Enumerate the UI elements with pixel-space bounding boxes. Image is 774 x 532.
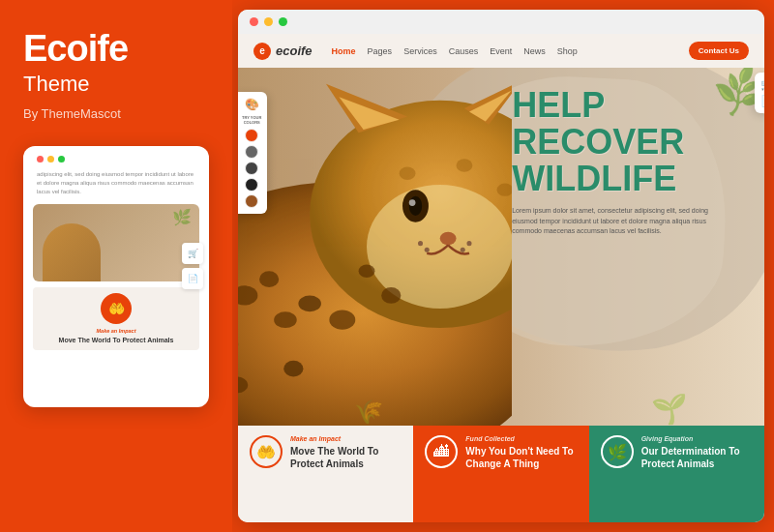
svg-point-10 xyxy=(440,232,457,245)
svg-point-18 xyxy=(298,295,321,311)
svg-point-19 xyxy=(259,271,279,287)
svg-point-16 xyxy=(274,311,297,328)
svg-point-9 xyxy=(409,199,416,206)
card-3-icon: 🌿 xyxy=(601,435,634,468)
mobile-side-icons: 🛒 📄 xyxy=(182,243,203,289)
bottom-card-3: 🌿 Giving Equation Our Determination To P… xyxy=(589,426,764,522)
swatch-gray[interactable] xyxy=(245,145,258,159)
mobile-dot-green xyxy=(58,156,65,163)
card-1-text: Make an Impact Move The World To Protect… xyxy=(290,435,402,470)
card-1-icon: 🤲 xyxy=(250,435,283,468)
color-panel: 🎨 TRY YOURCOLORS xyxy=(238,92,267,214)
logo-icon: e xyxy=(253,43,271,60)
mobile-dot-red xyxy=(37,156,44,163)
card-1-title: Move The World To Protect Animals xyxy=(290,445,402,470)
nav-news[interactable]: News xyxy=(523,46,546,56)
browser-bar xyxy=(238,10,764,34)
mobile-hero: 🌿 xyxy=(33,204,199,281)
nav-links: Home Pages Services Causes Event News Sh… xyxy=(332,46,689,56)
svg-point-26 xyxy=(457,159,473,171)
site-logo: e ecoife xyxy=(253,43,313,60)
mobile-dot-yellow xyxy=(47,156,54,163)
mobile-browser-dots xyxy=(33,156,199,163)
mobile-preview: adipiscing elit, sed doing eiusmod tempo… xyxy=(23,146,209,407)
browser-window: e ecoife Home Pages Services Causes Even… xyxy=(238,10,764,522)
card-2-label: Fund Collected xyxy=(465,435,577,442)
mobile-impact-label: Make an Impact xyxy=(39,328,194,334)
contact-button[interactable]: Contact Us xyxy=(689,42,749,60)
mobile-bottom-card: 🤲 Make an Impact Move The World To Prote… xyxy=(33,287,199,350)
logo-text: ecoife xyxy=(276,44,313,58)
cart-icon: 🛒 xyxy=(182,243,203,264)
svg-point-11 xyxy=(418,241,423,246)
browser-dot-green xyxy=(279,17,287,26)
hero-description: Lorem ipsum dolor sit amet, consectetur … xyxy=(512,206,725,237)
card-2-text: Fund Collected Why You Don't Need To Cha… xyxy=(465,435,577,470)
hero-line-3: WILDLIFE xyxy=(512,161,749,197)
brand-by: By ThemeMascot xyxy=(23,106,209,121)
mobile-body-text: adipiscing elit, sed doing eiusmod tempo… xyxy=(33,170,199,196)
nav-home[interactable]: Home xyxy=(332,46,356,56)
brand-name: Ecoife xyxy=(23,29,209,70)
cart-side-icon: 🛒 xyxy=(760,78,764,91)
plant-left-decoration: 🌾 xyxy=(354,399,383,426)
plant-bottom-decoration: 🌱 xyxy=(651,392,687,426)
doc-icon: 📄 xyxy=(182,268,203,289)
color-wheel-icon: 🎨 xyxy=(245,98,259,111)
svg-point-13 xyxy=(466,241,471,246)
svg-point-20 xyxy=(329,310,355,330)
svg-point-22 xyxy=(283,361,303,377)
svg-point-14 xyxy=(461,248,465,252)
bottom-cards: 🤲 Make an Impact Move The World To Prote… xyxy=(238,426,764,522)
brand-subtitle: Theme xyxy=(23,72,209,97)
right-side-panel: 🛒 📄 xyxy=(755,73,764,113)
swatch-dark[interactable] xyxy=(245,178,258,192)
doc-side-icon: 📄 xyxy=(760,95,764,107)
mobile-impact-icon: 🤲 xyxy=(101,293,132,324)
svg-point-8 xyxy=(409,196,422,216)
browser-dot-red xyxy=(250,17,258,26)
nav-event[interactable]: Event xyxy=(490,46,512,56)
website-content: e ecoife Home Pages Services Causes Even… xyxy=(238,34,764,522)
card-2-title: Why You Don't Need To Change A Thing xyxy=(465,445,577,470)
hero-line-1: HELP xyxy=(512,87,749,124)
svg-point-24 xyxy=(359,265,375,278)
svg-point-12 xyxy=(425,248,430,252)
card-2-icon: 🏙 xyxy=(425,435,458,468)
right-panel: e ecoife Home Pages Services Causes Even… xyxy=(232,0,774,532)
nav-shop[interactable]: Shop xyxy=(557,46,578,56)
leopard-image xyxy=(238,68,512,426)
browser-dot-yellow xyxy=(264,17,273,26)
card-3-text: Giving Equation Our Determination To Pro… xyxy=(641,435,753,470)
svg-point-25 xyxy=(400,167,416,180)
nav-services[interactable]: Services xyxy=(403,46,437,56)
mobile-impact-text: Move The World To Protect Animals xyxy=(39,336,194,344)
mobile-leaf-decoration: 🌿 xyxy=(172,208,192,226)
swatch-orange[interactable] xyxy=(245,129,258,142)
hero-text-area: HELP RECOVER WILDLIFE Lorem ipsum dolor … xyxy=(512,87,749,237)
card-3-label: Giving Equation xyxy=(641,435,753,442)
svg-point-23 xyxy=(381,287,401,304)
hero-line-2: RECOVER xyxy=(512,124,749,161)
swatch-brown[interactable] xyxy=(245,194,258,208)
nav-causes[interactable]: Causes xyxy=(449,46,479,56)
hero-section: 🌿 🌱 🌾 HELP RECOVER WILDLIFE Lorem ipsum … xyxy=(238,68,764,426)
swatch-dark-gray[interactable] xyxy=(245,162,258,175)
hero-headline: HELP RECOVER WILDLIFE xyxy=(512,87,749,196)
left-panel: Ecoife Theme By ThemeMascot adipiscing e… xyxy=(0,0,232,532)
site-navbar: e ecoife Home Pages Services Causes Even… xyxy=(238,34,764,68)
bottom-card-1: 🤲 Make an Impact Move The World To Prote… xyxy=(238,426,413,522)
color-panel-label: TRY YOURCOLORS xyxy=(242,116,261,126)
card-3-title: Our Determination To Protect Animals xyxy=(641,445,753,470)
bottom-card-2: 🏙 Fund Collected Why You Don't Need To C… xyxy=(413,426,588,522)
card-1-label: Make an Impact xyxy=(290,435,402,442)
nav-pages[interactable]: Pages xyxy=(368,46,393,56)
